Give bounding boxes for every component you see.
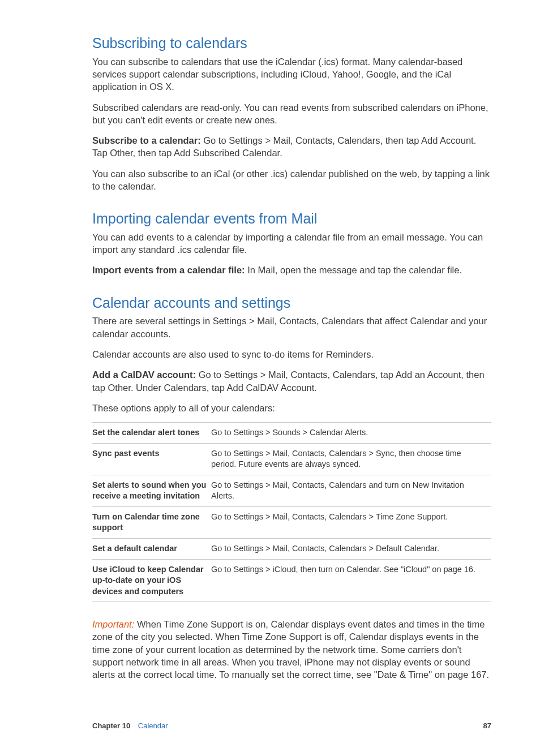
paragraph: Subscribe to a calendar: Go to Settings … [92, 134, 491, 160]
option-name: Set the calendar alert tones [92, 423, 211, 444]
option-description: Go to Settings > Sounds > Calendar Alert… [211, 423, 491, 444]
paragraph: You can also subscribe to an iCal (or ot… [92, 167, 491, 193]
footer-page-number: 87 [483, 721, 491, 731]
option-description: Go to Settings > Mail, Contacts, Calenda… [211, 506, 491, 538]
section-importing: Importing calendar events from Mail You … [92, 209, 491, 277]
paragraph: You can add events to a calendar by impo… [92, 231, 491, 256]
table-row: Sync past eventsGo to Settings > Mail, C… [92, 443, 491, 475]
footer-chapter-name: Calendar [138, 721, 168, 730]
option-description: Go to Settings > Mail, Contacts, Calenda… [211, 475, 491, 506]
paragraph: There are several settings in Settings >… [92, 315, 491, 340]
heading-importing: Importing calendar events from Mail [92, 209, 491, 229]
option-name: Set alerts to sound when you receive a m… [92, 475, 211, 506]
option-name: Set a default calendar [92, 538, 211, 559]
document-page: Subscribing to calendars You can subscri… [0, 0, 540, 756]
table-row: Turn on Calendar time zone supportGo to … [92, 506, 491, 538]
lead-bold: Subscribe to a calendar: [92, 135, 203, 145]
footer-chapter-label: Chapter 10 [92, 721, 130, 730]
heading-settings: Calendar accounts and settings [92, 294, 491, 313]
page-footer: Chapter 10 Calendar 87 [92, 721, 491, 731]
table-row: Set the calendar alert tonesGo to Settin… [92, 423, 491, 444]
paragraph: Calendar accounts are also used to sync … [92, 348, 491, 360]
options-table: Set the calendar alert tonesGo to Settin… [92, 422, 491, 602]
paragraph: Subscribed calendars are read-only. You … [92, 101, 491, 127]
paragraph: Add a CalDAV account: Go to Settings > M… [92, 368, 491, 394]
paragraph: Import events from a calendar file: In M… [92, 264, 491, 276]
table-row: Use iCloud to keep Calendar up-to-date o… [92, 559, 491, 602]
table-row: Set a default calendarGo to Settings > M… [92, 538, 491, 559]
important-text: When Time Zone Support is on, Calendar d… [92, 619, 489, 680]
lead-bold: Add a CalDAV account: [92, 370, 199, 380]
option-name: Use iCloud to keep Calendar up-to-date o… [92, 559, 211, 602]
important-note: Important: When Time Zone Support is on,… [92, 618, 491, 681]
option-description: Go to Settings > Mail, Contacts, Calenda… [211, 443, 491, 475]
section-subscribing: Subscribing to calendars You can subscri… [92, 34, 491, 192]
table-row: Set alerts to sound when you receive a m… [92, 475, 491, 506]
option-description: Go to Settings > Mail, Contacts, Calenda… [211, 538, 491, 559]
option-name: Turn on Calendar time zone support [92, 506, 211, 538]
paragraph: These options apply to all of your calen… [92, 402, 491, 414]
heading-subscribing: Subscribing to calendars [92, 34, 491, 53]
lead-rest: In Mail, open the message and tap the ca… [247, 265, 462, 275]
paragraph: You can subscribe to calendars that use … [92, 55, 491, 93]
option-name: Sync past events [92, 443, 211, 475]
lead-bold: Import events from a calendar file: [92, 265, 247, 275]
section-settings: Calendar accounts and settings There are… [92, 294, 491, 681]
option-description: Go to Settings > iCloud, then turn on Ca… [211, 559, 491, 602]
important-label: Important: [92, 619, 137, 629]
